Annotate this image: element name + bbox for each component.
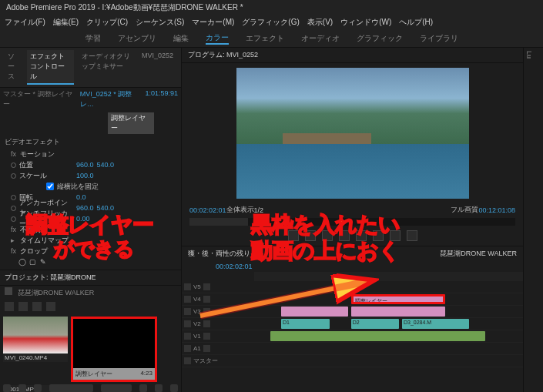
stopwatch-icon[interactable]: [11, 162, 16, 168]
ec-timeremap[interactable]: タイムリマップ: [20, 236, 74, 246]
timeline-tc[interactable]: 00:02:02:01: [216, 263, 253, 270]
program-scrubber[interactable]: [189, 218, 515, 226]
program-quality[interactable]: フル画質: [451, 205, 478, 215]
ec-af-v[interactable]: 0.00: [76, 215, 90, 223]
bin-icon[interactable]: [5, 287, 12, 295]
icon-view-icon[interactable]: [18, 302, 28, 311]
track-toggle[interactable]: [184, 283, 191, 290]
zoom-slider[interactable]: [101, 384, 132, 392]
ec-pos-y[interactable]: 540.0: [97, 161, 115, 169]
stopwatch-icon[interactable]: [11, 216, 16, 222]
program-half[interactable]: 1/2: [254, 206, 264, 214]
ec-anc-x[interactable]: 960.0: [76, 204, 94, 212]
track-v1[interactable]: V1: [193, 333, 201, 340]
stopwatch-icon[interactable]: [11, 195, 16, 200]
eye-icon[interactable]: [203, 333, 210, 340]
track-toggle[interactable]: [184, 333, 191, 340]
ws-edit[interactable]: 編集: [173, 33, 189, 44]
sequence-tab[interactable]: 琵琶湖DRONE WALKER: [440, 249, 517, 259]
stopwatch-icon[interactable]: [11, 206, 16, 211]
ws-assembly[interactable]: アセンブリ: [118, 33, 156, 44]
menu-view[interactable]: 表示(V): [307, 17, 333, 28]
menu-help[interactable]: ヘルプ(H): [399, 17, 433, 28]
ec-anc-y[interactable]: 540.0: [97, 204, 115, 212]
freeform-icon[interactable]: [32, 302, 42, 311]
step-back-icon[interactable]: [322, 230, 333, 241]
lumetri-panel-collapsed[interactable]: Lu: [523, 48, 543, 392]
mute-icon[interactable]: [203, 345, 210, 352]
export-frame-icon[interactable]: [407, 230, 417, 241]
timeline-ruler[interactable]: [254, 272, 523, 281]
ws-audio[interactable]: オーディオ: [301, 33, 340, 44]
thumb-icon[interactable]: [18, 384, 26, 392]
tab-audio-mixer[interactable]: オーディオクリップミキサー: [79, 50, 134, 85]
ec-opacity[interactable]: 不透明度: [20, 225, 74, 235]
list-icon[interactable]: [3, 384, 11, 392]
timeline-clips[interactable]: 調整レイヤー D1 D2 D3_0284.M: [254, 281, 523, 367]
program-fit[interactable]: 全体表示: [226, 205, 254, 215]
timeline-menu[interactable]: 獲・後・両性の残り: [188, 249, 250, 259]
track-toggle[interactable]: [184, 357, 191, 364]
ec-uniform-scale-check[interactable]: [46, 183, 54, 190]
ws-graphics[interactable]: グラフィック: [357, 33, 403, 44]
timeline-clip[interactable]: [281, 307, 348, 317]
ec-scale-v[interactable]: 100.0: [76, 172, 94, 179]
lift-icon[interactable]: [373, 230, 384, 241]
list-view-icon[interactable]: [5, 302, 14, 311]
tab-effect-controls[interactable]: エフェクトコントロール: [27, 50, 75, 85]
eye-icon[interactable]: [203, 296, 210, 303]
menu-marker[interactable]: マーカー(M): [192, 17, 234, 28]
timeline-clip[interactable]: D1: [281, 319, 330, 329]
project-clip[interactable]: MVI_0240.MP4: [3, 317, 68, 382]
timeline-clip-adjustment[interactable]: 調整レイヤー: [351, 294, 445, 304]
track-toggle[interactable]: [184, 308, 191, 315]
program-monitor[interactable]: [236, 68, 469, 199]
step-fwd-icon[interactable]: [356, 230, 367, 241]
new-bin-icon[interactable]: [139, 384, 147, 392]
menu-edit[interactable]: 編集(E): [53, 17, 79, 28]
timeline-clip[interactable]: [270, 331, 485, 341]
program-tab[interactable]: プログラム: MVI_0252: [188, 51, 258, 59]
new-item-icon[interactable]: [155, 384, 163, 392]
eye-icon[interactable]: [203, 320, 210, 327]
ec-pos-x[interactable]: 960.0: [76, 161, 94, 169]
track-v4[interactable]: V4: [193, 296, 201, 303]
menu-sequence[interactable]: シーケンス(S): [136, 17, 184, 28]
track-a1[interactable]: A1: [193, 345, 201, 352]
ec-rot-v[interactable]: 0.0: [76, 193, 86, 201]
program-tc-left[interactable]: 00:02:02:01: [189, 206, 226, 214]
menu-window[interactable]: ウィンドウ(W): [340, 17, 391, 28]
track-master[interactable]: マスター: [193, 357, 218, 365]
track-toggle[interactable]: [184, 320, 191, 327]
project-adjustment-layer[interactable]: 調整レイヤー4:23: [71, 317, 157, 382]
track-v3[interactable]: V3: [193, 308, 201, 315]
mark-out-icon[interactable]: [305, 230, 316, 241]
track-toggle[interactable]: [184, 296, 191, 303]
track-v5[interactable]: V5: [193, 283, 201, 290]
ec-crop[interactable]: クロップ: [20, 246, 74, 256]
tab-clip[interactable]: MVI_0252: [139, 50, 176, 85]
sort-icon[interactable]: [46, 302, 55, 311]
freeform-icon[interactable]: [34, 384, 42, 392]
eye-icon[interactable]: [203, 283, 210, 290]
track-toggle[interactable]: [184, 345, 191, 352]
menu-file[interactable]: ファイル(F): [5, 17, 45, 28]
ec-cliplink[interactable]: MVI_0252 * 調整レ…: [80, 89, 146, 109]
extract-icon[interactable]: [390, 230, 401, 241]
timeline-clip[interactable]: D2: [351, 319, 400, 329]
menu-graphics[interactable]: グラフィック(G): [242, 17, 299, 28]
ec-motion[interactable]: モーション: [20, 149, 74, 159]
timeline-clip[interactable]: [351, 307, 445, 317]
play-icon[interactable]: [339, 230, 350, 241]
ws-learn[interactable]: 学習: [85, 33, 101, 44]
timeline-clip[interactable]: D3_0284.M: [402, 319, 469, 329]
tab-source[interactable]: ソース: [5, 50, 22, 85]
project-tab[interactable]: プロジェクト: 琵琶湖DRONE: [5, 273, 96, 281]
mark-in-icon[interactable]: [288, 230, 299, 241]
eye-icon[interactable]: [203, 308, 210, 315]
ws-effects[interactable]: エフェクト: [246, 33, 284, 44]
ws-color[interactable]: カラー: [206, 32, 229, 45]
ec-layer-chip[interactable]: 調整レイヤー: [108, 112, 154, 134]
ws-library[interactable]: ライブラリ: [420, 33, 458, 44]
menu-clip[interactable]: クリップ(C): [86, 17, 128, 28]
